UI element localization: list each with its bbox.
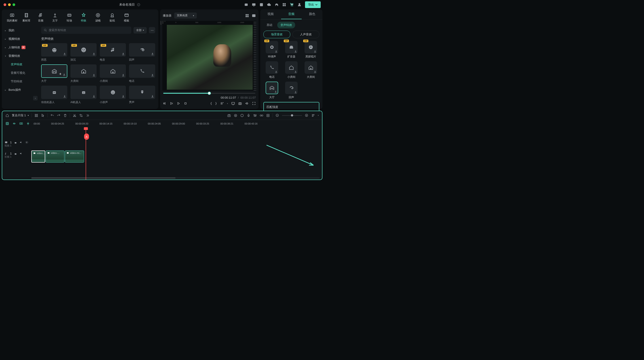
- export-button[interactable]: 导出: [305, 1, 321, 8]
- compound-clip-selector[interactable]: 复合片段 1▾: [12, 113, 29, 118]
- play-pause-icon[interactable]: [170, 102, 174, 105]
- preset-7[interactable]: 回声: [283, 82, 300, 99]
- mute-icon[interactable]: [20, 152, 23, 155]
- grid-view-icon[interactable]: [245, 14, 249, 18]
- image-view-icon[interactable]: [252, 14, 256, 18]
- cloud-icon[interactable]: [267, 3, 271, 7]
- monitor-icon[interactable]: [231, 102, 235, 105]
- effect-card-5[interactable]: 大房间: [70, 64, 96, 83]
- select-tool-icon[interactable]: [41, 114, 45, 118]
- audio-sync-icon[interactable]: [234, 114, 238, 118]
- video-track-header[interactable]: 1: [4, 141, 29, 144]
- crop-icon[interactable]: [79, 114, 83, 118]
- subtab-voice[interactable]: 变声特效: [277, 22, 295, 28]
- subtab-basic[interactable]: 基础: [264, 22, 276, 28]
- play-icon[interactable]: [177, 102, 180, 105]
- keyboard-shortcuts-icon[interactable]: [34, 114, 38, 118]
- link-clips-icon[interactable]: [12, 122, 16, 126]
- category-person-fx[interactable]: ▸人物特效 新: [2, 43, 38, 52]
- mic-icon[interactable]: [247, 114, 250, 118]
- media-tab-2[interactable]: 音频: [34, 12, 47, 22]
- record-voiceover-icon[interactable]: [227, 114, 231, 118]
- clip-2[interactable]: video-...: [46, 150, 64, 162]
- clip-1[interactable]: video...: [31, 150, 45, 162]
- undo-history-icon[interactable]: [244, 3, 248, 7]
- link-icon[interactable]: [260, 114, 264, 118]
- list-icon[interactable]: [220, 102, 224, 105]
- headphones-icon[interactable]: [274, 3, 278, 7]
- preset-1[interactable]: VIP扩音器: [283, 41, 300, 58]
- quality-selector[interactable]: 完整画质▾: [174, 12, 197, 18]
- effect-card-10[interactable]: 小孩声: [100, 86, 126, 104]
- seek-bar[interactable]: [162, 90, 256, 95]
- effect-card-3[interactable]: 回声: [129, 43, 155, 62]
- category-boris[interactable]: ▸Boris插件: [2, 86, 38, 94]
- cut-tool-icon[interactable]: [73, 114, 76, 118]
- preset-6[interactable]: 大厅: [264, 82, 280, 99]
- media-tab-6[interactable]: 滤镜: [92, 12, 104, 22]
- subcategory-voice-fx[interactable]: 变声特效: [2, 60, 38, 69]
- cut-indicator[interactable]: [84, 134, 89, 140]
- fullscreen-icon[interactable]: [252, 102, 256, 105]
- display-icon[interactable]: [252, 3, 256, 7]
- zoom-out-icon[interactable]: [276, 114, 279, 118]
- delete-icon[interactable]: [63, 114, 67, 118]
- clip-3[interactable]: video-mi...: [65, 150, 84, 162]
- subcategory-beat-fx[interactable]: 节拍特效: [2, 77, 38, 86]
- zoom-slider[interactable]: [282, 115, 302, 116]
- preset-0[interactable]: VIP环绕声: [264, 41, 280, 58]
- more-tools-icon[interactable]: [86, 114, 90, 118]
- stop-icon[interactable]: [184, 102, 188, 105]
- effect-card-6[interactable]: 小房间: [100, 64, 126, 83]
- tab-audio[interactable]: 音频: [281, 10, 302, 19]
- preset-5[interactable]: 大房间: [302, 61, 319, 79]
- nest-icon[interactable]: [5, 122, 9, 126]
- media-tab-8[interactable]: 模板: [120, 12, 133, 22]
- preset-2[interactable]: VIP黑胶唱片: [302, 41, 319, 58]
- category-my[interactable]: ▸我的: [2, 26, 38, 35]
- effect-card-8[interactable]: 传统机器人: [41, 86, 67, 104]
- snapshot-icon[interactable]: [238, 102, 242, 105]
- undo-icon[interactable]: [50, 114, 54, 118]
- preset-4[interactable]: 小房间: [283, 61, 300, 79]
- effect-card-1[interactable]: VIP深沉: [70, 43, 96, 62]
- visibility-icon[interactable]: [25, 141, 28, 144]
- step-back-icon[interactable]: [163, 102, 166, 105]
- more-options-button[interactable]: ⋯: [149, 27, 155, 33]
- redo-icon[interactable]: [57, 114, 60, 118]
- preset-3[interactable]: 电话: [264, 61, 280, 79]
- match-icon[interactable]: [266, 114, 270, 118]
- option-voice-audio[interactable]: 人声音效: [292, 31, 319, 38]
- category-video-fx[interactable]: ▸视频特效: [2, 35, 38, 43]
- effect-card-7[interactable]: 电话: [129, 64, 155, 83]
- media-tab-7[interactable]: 贴纸: [106, 12, 118, 22]
- track-options-icon[interactable]: [311, 114, 315, 118]
- mark-in-icon[interactable]: {: [210, 102, 212, 105]
- effect-card-0[interactable]: VIP邪恶: [41, 43, 67, 62]
- mark-out-icon[interactable]: }: [215, 102, 217, 105]
- tab-color[interactable]: 颜色: [302, 10, 322, 19]
- save-icon[interactable]: [260, 3, 264, 7]
- group-icon[interactable]: [19, 122, 23, 126]
- account-icon[interactable]: [298, 3, 302, 7]
- media-tab-3[interactable]: 文字: [49, 12, 61, 22]
- search-input[interactable]: 搜索所有特效: [41, 26, 131, 34]
- subcategory-visualizer[interactable]: 音频可视化: [2, 69, 38, 77]
- lock-icon[interactable]: [14, 141, 17, 144]
- cart-icon[interactable]: [290, 3, 294, 7]
- effect-card-2[interactable]: VIP电音: [100, 43, 126, 62]
- media-tab-4[interactable]: 转场: [63, 12, 76, 22]
- tab-video[interactable]: 视频: [260, 10, 281, 19]
- media-tab-5[interactable]: 特效: [77, 12, 90, 22]
- effect-card-4[interactable]: +大厅: [41, 64, 67, 83]
- option-scene-audio[interactable]: 场景音效: [264, 31, 290, 38]
- timeline-scrollbar[interactable]: [31, 177, 320, 179]
- home-icon[interactable]: [5, 114, 9, 118]
- volume-icon[interactable]: [245, 102, 249, 105]
- minimize-window[interactable]: [8, 3, 11, 6]
- zoom-in-icon[interactable]: [305, 114, 308, 118]
- collapse-sidebar-button[interactable]: ‹: [33, 96, 38, 100]
- snap-icon[interactable]: [26, 122, 30, 126]
- marker-icon[interactable]: [240, 114, 244, 118]
- filter-dropdown[interactable]: 全部▾: [134, 27, 147, 34]
